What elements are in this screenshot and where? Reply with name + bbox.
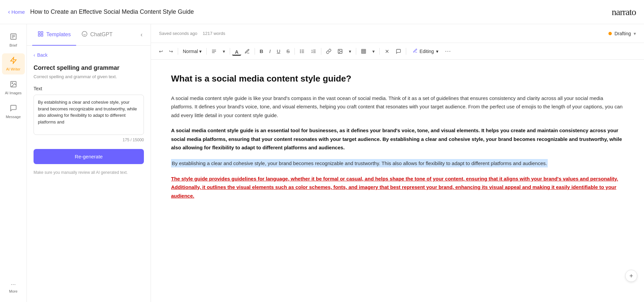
home-link[interactable]: Home [8, 8, 25, 15]
panel-content: ‹ Back Correct spelling and grammar Corr… [27, 46, 151, 302]
tab-templates[interactable]: Templates [32, 24, 76, 46]
toolbar-sep-1 [178, 48, 178, 55]
clear-format-button[interactable] [382, 47, 392, 56]
toolbar-sep-4 [255, 48, 255, 55]
editor-para-4-red: The style guide provides guidelines for … [171, 174, 624, 200]
highlight-button[interactable] [242, 47, 253, 56]
drafting-label: Drafting [614, 31, 631, 36]
sidebar-item-brief-label: Brief [9, 43, 17, 47]
add-content-button[interactable] [625, 270, 637, 282]
format-label: Normal [183, 49, 198, 54]
underline-button[interactable]: U [274, 46, 283, 56]
brief-icon [10, 33, 17, 42]
templates-tab-icon [38, 31, 44, 38]
doc-title: How to Create an Effective Social Media … [30, 8, 194, 15]
sidebar-item-message[interactable]: Message [2, 101, 25, 122]
tab-templates-label: Templates [46, 32, 71, 38]
back-button[interactable]: ‹ Back [34, 52, 144, 58]
sidebar-item-more-label: More [9, 289, 17, 293]
toolbar-sep-2 [206, 48, 207, 55]
pencil-icon [413, 48, 418, 54]
editor-para-2-bold: A social media content style guide is an… [171, 126, 624, 152]
editing-dropdown[interactable]: Editing ▾ [410, 46, 442, 56]
format-chevron-icon: ▾ [199, 49, 202, 54]
sidebar-item-message-label: Message [6, 115, 21, 119]
svg-point-27 [339, 50, 340, 51]
comment-button[interactable] [393, 47, 404, 56]
italic-button[interactable]: I [267, 46, 273, 56]
bold-button[interactable]: B [257, 46, 266, 56]
tab-chatgpt[interactable]: ChatGPT [76, 24, 118, 46]
toolbar-sep-7 [356, 48, 356, 55]
sidebar-item-ai-writer-label: AI Writer [6, 67, 20, 71]
align-chevron-button[interactable]: ▾ [220, 47, 228, 56]
collapse-panel-button[interactable]: ‹ [138, 29, 145, 41]
sidebar-item-ai-images[interactable]: AI Images [2, 77, 25, 98]
svg-rect-28 [362, 49, 366, 53]
editor-area: Saved seconds ago 1217 words Drafting ▾ … [151, 24, 644, 302]
svg-point-20 [300, 50, 301, 50]
toolbar-sep-5 [294, 48, 295, 55]
more-options-button[interactable]: ··· [442, 46, 454, 57]
toolbar-sep-9 [406, 48, 406, 55]
logo: narrato [612, 7, 636, 17]
sidebar-item-more[interactable]: ··· More [2, 278, 25, 297]
image-button[interactable] [335, 47, 345, 56]
char-count: 175 / 15000 [34, 138, 144, 142]
svg-point-6 [12, 83, 13, 84]
link-button[interactable] [323, 47, 334, 56]
text-color-button[interactable]: A [232, 47, 241, 56]
drafting-chevron-icon: ▾ [634, 31, 636, 36]
undo-button[interactable]: ↩ [156, 47, 166, 56]
template-title: Correct spelling and grammar [34, 64, 144, 71]
table-button[interactable] [358, 47, 369, 56]
editor-para-2-bold-text: A social media content style guide is an… [171, 128, 622, 150]
sidebar-icons: Brief AI Writer AI Images Message ··· Mo… [0, 24, 27, 302]
highlighted-text: By establishing a clear and cohesive sty… [171, 159, 548, 167]
chatgpt-tab-icon [82, 31, 88, 38]
header-left: Home How to Create an Effective Social M… [8, 8, 194, 15]
svg-rect-10 [41, 35, 43, 36]
format-dropdown[interactable]: Normal ▾ [180, 47, 204, 56]
left-panel: Templates ChatGPT ‹ ‹ Back Correct spell… [27, 24, 151, 302]
strikethrough-button[interactable]: S [284, 46, 292, 56]
editor-header: Saved seconds ago 1217 words Drafting ▾ [151, 24, 644, 43]
toolbar-sep-3 [230, 48, 230, 55]
ordered-list-button[interactable] [308, 47, 319, 56]
sidebar-item-ai-writer[interactable]: AI Writer [2, 53, 25, 74]
ai-images-icon [10, 81, 17, 90]
regenerate-button[interactable]: Re-generate [34, 149, 144, 164]
panel-tabs: Templates ChatGPT ‹ [27, 24, 151, 46]
table-chevron-button[interactable]: ▾ [370, 47, 377, 56]
toolbar-sep-6 [321, 48, 321, 55]
saved-status: Saved seconds ago [159, 31, 197, 36]
more-icon: ··· [11, 281, 16, 288]
template-desc: Correct spelling and grammar of given te… [34, 74, 144, 79]
svg-point-11 [82, 32, 87, 37]
back-chevron-icon: ‹ [34, 52, 35, 58]
align-button[interactable] [209, 47, 219, 56]
editing-label: Editing [420, 49, 434, 54]
editor-heading: What is a social media content style gui… [171, 73, 624, 85]
editor-content: What is a social media content style gui… [151, 60, 644, 302]
toolbar-sep-8 [379, 48, 380, 55]
text-field-label: Text [34, 86, 144, 91]
text-input[interactable] [34, 95, 144, 135]
svg-point-22 [300, 52, 301, 53]
editor-para-3-highlighted: By establishing a clear and cohesive sty… [171, 159, 624, 168]
svg-point-21 [300, 51, 301, 51]
sidebar-item-ai-images-label: AI Images [5, 91, 22, 95]
editing-chevron-icon: ▾ [436, 49, 438, 54]
bullet-list-button[interactable] [297, 47, 308, 56]
editor-toolbar: ↩ ↪ Normal ▾ ▾ A B I U S [151, 43, 644, 60]
svg-rect-8 [41, 32, 43, 33]
top-header: Home How to Create an Effective Social M… [0, 0, 644, 24]
sidebar-item-brief[interactable]: Brief [2, 30, 25, 51]
word-count: 1217 words [203, 31, 225, 36]
disclaimer-text: Make sure you manually review all AI gen… [34, 169, 144, 175]
editor-meta: Saved seconds ago 1217 words [159, 31, 225, 36]
svg-marker-4 [10, 57, 16, 63]
redo-button[interactable]: ↪ [166, 47, 176, 56]
image-chevron-button[interactable]: ▾ [346, 47, 354, 56]
drafting-badge[interactable]: Drafting ▾ [608, 31, 636, 36]
